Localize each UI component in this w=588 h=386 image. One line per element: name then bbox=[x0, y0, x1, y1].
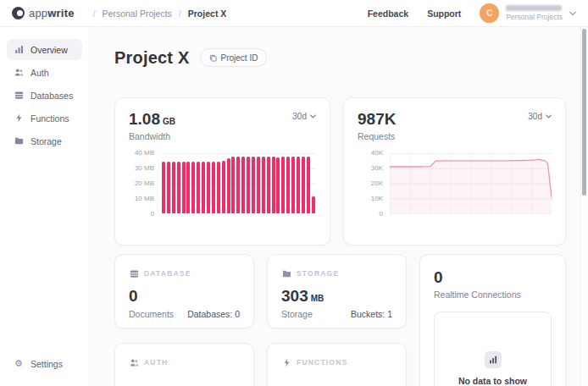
sidebar: Overview Auth Databases Functions Storag… bbox=[0, 27, 90, 386]
y-axis: 40 MB30 MB20 MB10 MB0 bbox=[129, 150, 154, 218]
requests-range-dropdown[interactable]: 30d bbox=[528, 112, 552, 121]
breadcrumb-separator: / bbox=[179, 8, 181, 19]
sidebar-item-databases[interactable]: Databases bbox=[7, 85, 82, 106]
service-cards-row: DATABASE 0 Documents Databases: 0 STORAG… bbox=[114, 254, 566, 386]
bandwidth-chart: 40 MB30 MB20 MB10 MB0 bbox=[129, 153, 316, 218]
sidebar-item-label: Overview bbox=[31, 45, 68, 55]
buckets-count: Buckets: 1 bbox=[351, 309, 392, 319]
avatar: C bbox=[480, 3, 499, 23]
realtime-card: 0 Realtime Connections No data to show G… bbox=[419, 254, 566, 386]
bandwidth-card: 1.08GB Bandwidth 30d 40 MB30 MB20 MB10 M… bbox=[114, 97, 330, 245]
project-id-badge-label: Project ID bbox=[221, 53, 258, 63]
breadcrumb-separator: / bbox=[93, 8, 96, 19]
functions-card: FUNCTIONS bbox=[267, 343, 407, 386]
bandwidth-value: 1.08GB bbox=[129, 110, 175, 129]
account-name-redacted bbox=[506, 5, 562, 11]
top-bar: appwrite / Personal Projects / Project X… bbox=[0, 0, 588, 27]
sidebar-item-label: Auth bbox=[31, 68, 49, 78]
page-header: Project X Project ID bbox=[114, 47, 566, 69]
database-eyebrow: DATABASE bbox=[144, 269, 191, 278]
database-icon bbox=[129, 268, 139, 278]
requests-card: 987K Requests 30d 40K30K20K10K0 bbox=[343, 97, 566, 245]
scrollbar-track bbox=[580, 27, 588, 386]
support-link[interactable]: Support bbox=[427, 8, 461, 19]
documents-value: 0 bbox=[129, 287, 240, 306]
sidebar-item-overview[interactable]: Overview bbox=[7, 39, 82, 60]
sidebar-item-label: Functions bbox=[31, 113, 69, 124]
lightning-icon bbox=[14, 113, 24, 124]
realtime-value: 0 bbox=[434, 268, 552, 287]
chevron-down-icon bbox=[569, 10, 576, 17]
breadcrumb-project-group[interactable]: Personal Projects bbox=[103, 8, 172, 19]
appwrite-logo-icon bbox=[12, 7, 25, 19]
service-cards-grid: DATABASE 0 Documents Databases: 0 STORAG… bbox=[114, 254, 407, 386]
bar-chart-icon bbox=[14, 45, 24, 55]
lightning-icon bbox=[281, 357, 291, 367]
gear-icon: ⚙ bbox=[14, 359, 24, 369]
topbar-actions: Feedback Support C Personal Projects bbox=[368, 3, 576, 23]
database-icon bbox=[14, 91, 24, 101]
requests-label: Requests bbox=[358, 131, 396, 141]
sidebar-item-functions[interactable]: Functions bbox=[7, 108, 82, 129]
chevron-down-icon bbox=[310, 113, 316, 119]
page-title: Project X bbox=[114, 48, 190, 68]
requests-value: 987K bbox=[358, 110, 396, 129]
breadcrumb: / Personal Projects / Project X bbox=[93, 8, 227, 19]
bar-plot bbox=[161, 153, 316, 214]
account-subtitle: Personal Projects bbox=[506, 13, 563, 21]
usage-charts-row: 1.08GB Bandwidth 30d 40 MB30 MB20 MB10 M… bbox=[114, 97, 566, 245]
account-info: Personal Projects bbox=[506, 5, 563, 21]
scrollbar-thumb[interactable] bbox=[582, 29, 586, 196]
chevron-down-icon bbox=[546, 113, 552, 119]
main-content: Project X Project ID 1.08GB Bandwidth 30… bbox=[90, 27, 588, 386]
documents-label: Documents bbox=[129, 309, 174, 319]
breadcrumb-project[interactable]: Project X bbox=[188, 8, 227, 19]
line-plot bbox=[390, 153, 552, 214]
storage-eyebrow: STORAGE bbox=[297, 269, 339, 278]
folder-icon bbox=[281, 268, 291, 278]
sidebar-item-settings[interactable]: ⚙ Settings bbox=[7, 353, 83, 374]
requests-chart: 40K30K20K10K0 bbox=[358, 153, 552, 218]
realtime-empty-state: No data to show Get started with Realtim… bbox=[434, 312, 552, 386]
project-id-badge[interactable]: Project ID bbox=[200, 48, 268, 67]
appwrite-logo-text: appwrite bbox=[29, 7, 75, 19]
appwrite-console: appwrite / Personal Projects / Project X… bbox=[0, 0, 588, 386]
sidebar-item-label: Settings bbox=[31, 359, 63, 369]
bandwidth-range-dropdown[interactable]: 30d bbox=[292, 112, 316, 121]
users-icon bbox=[14, 68, 24, 78]
folder-icon bbox=[14, 136, 24, 146]
users-icon bbox=[129, 357, 139, 367]
account-menu[interactable]: C Personal Projects bbox=[480, 3, 576, 23]
sidebar-item-auth[interactable]: Auth bbox=[7, 62, 82, 83]
databases-count: Databases: 0 bbox=[187, 309, 240, 319]
realtime-label: Realtime Connections bbox=[434, 290, 552, 300]
feedback-link[interactable]: Feedback bbox=[368, 8, 408, 19]
appwrite-logo[interactable]: appwrite bbox=[12, 7, 75, 19]
copy-icon bbox=[209, 54, 217, 62]
bar-chart-icon bbox=[485, 351, 502, 368]
storage-label: Storage bbox=[281, 309, 313, 319]
database-card: DATABASE 0 Documents Databases: 0 bbox=[114, 254, 254, 328]
y-axis: 40K30K20K10K0 bbox=[358, 150, 383, 218]
auth-eyebrow: AUTH bbox=[144, 358, 168, 367]
sidebar-item-label: Databases bbox=[31, 91, 73, 101]
storage-value: 303MB bbox=[281, 287, 392, 306]
realtime-empty-title: No data to show bbox=[458, 376, 527, 386]
sidebar-item-storage[interactable]: Storage bbox=[7, 130, 82, 152]
bandwidth-label: Bandwidth bbox=[129, 131, 175, 141]
functions-eyebrow: FUNCTIONS bbox=[297, 358, 347, 367]
sidebar-item-label: Storage bbox=[31, 136, 62, 146]
auth-card: AUTH bbox=[114, 343, 254, 386]
storage-card: STORAGE 303MB Storage Buckets: 1 bbox=[267, 254, 407, 328]
